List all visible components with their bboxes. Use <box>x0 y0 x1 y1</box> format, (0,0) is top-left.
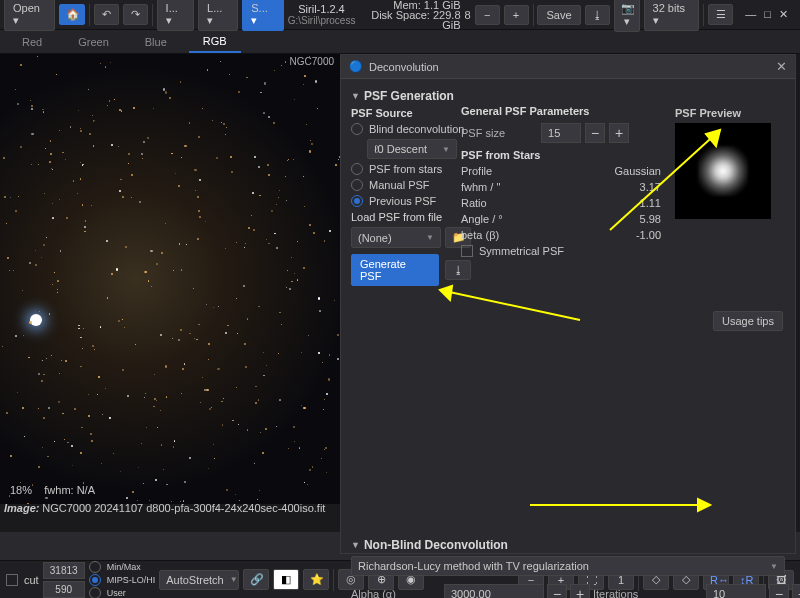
dialog-title: Deconvolution <box>369 61 439 73</box>
psf-preview-label: PSF Preview <box>675 107 785 119</box>
top-toolbar: Open ▾ 🏠 ↶ ↷ I... ▾ L... ▾ S... ▾ Siril-… <box>0 0 800 30</box>
undo-button[interactable]: ↶ <box>94 4 119 25</box>
psf-size-plus[interactable]: + <box>609 123 629 143</box>
psf-file-select[interactable]: (None) <box>351 227 441 248</box>
deconvolution-dialog: 🔵 Deconvolution ✕ PSF Generation PSF Sou… <box>340 54 796 554</box>
load-psf-label: Load PSF from file <box>351 211 471 223</box>
general-psf-params-label: General PSF Parameters <box>461 105 661 117</box>
menu-i-button[interactable]: I... ▾ <box>157 0 194 31</box>
preview-size: 8 <box>465 9 471 21</box>
psf-size-value[interactable]: 15 <box>541 123 581 143</box>
psf-from-stars-label: PSF from Stars <box>461 149 661 161</box>
menu-l-button[interactable]: L... ▾ <box>198 0 238 31</box>
psf-preview-image <box>675 123 771 219</box>
radio-psf-from-stars[interactable] <box>351 163 363 175</box>
psf-source-label: PSF Source <box>351 107 471 119</box>
symmetrical-psf-checkbox[interactable] <box>461 245 473 257</box>
tab-rgb[interactable]: RGB <box>189 31 241 53</box>
hi-cut-input[interactable] <box>43 562 85 579</box>
method-select[interactable]: Richardson-Lucy method with TV regulariz… <box>351 556 785 576</box>
radio-manual-psf[interactable] <box>351 179 363 191</box>
size-plus-button[interactable]: + <box>504 5 529 25</box>
export-psf-button[interactable]: ⭳ <box>445 260 471 280</box>
alpha-minus[interactable]: − <box>547 584 567 598</box>
title-area: Siril-1.2.4 G:\Siril\process <box>288 3 356 26</box>
app-path: G:\Siril\process <box>288 15 356 26</box>
psf-size-label: PSF size <box>461 127 505 139</box>
tab-blue[interactable]: Blue <box>131 32 181 52</box>
minimize-icon[interactable]: — <box>745 8 756 21</box>
app-title: Siril-1.2.4 <box>288 3 356 15</box>
usage-tips-button[interactable]: Usage tips <box>713 311 783 331</box>
maximize-icon[interactable]: □ <box>764 8 771 21</box>
snapshot-button[interactable]: 📷▾ <box>614 0 640 32</box>
redo-button[interactable]: ↷ <box>123 4 148 25</box>
scripts-button[interactable]: S... ▾ <box>242 0 283 31</box>
descent-select[interactable]: ℓ0 Descent <box>367 139 457 159</box>
home-button[interactable]: 🏠 <box>59 4 85 25</box>
iterations-minus[interactable]: − <box>769 584 789 598</box>
fwhm-status: fwhm: N/A <box>44 484 95 496</box>
image-name-label: NGC7000 <box>290 56 334 67</box>
tab-green[interactable]: Green <box>64 32 123 52</box>
dialog-icon: 🔵 <box>349 60 363 73</box>
open-button[interactable]: Open ▾ <box>4 0 55 31</box>
save-down-button[interactable]: ⭳ <box>585 5 610 25</box>
lo-cut-input[interactable] <box>43 581 85 598</box>
iterations-plus[interactable]: + <box>792 584 800 598</box>
psf-size-minus[interactable]: − <box>585 123 605 143</box>
memory-status: Mem: 1.1 GiB Disk Space: 229.8 GiB <box>359 0 460 30</box>
dialog-close-icon[interactable]: ✕ <box>776 59 787 74</box>
channel-tabs: Red Green Blue RGB <box>0 30 800 54</box>
image-viewer[interactable]: NGC7000 <box>0 54 340 504</box>
psf-generation-header[interactable]: PSF Generation <box>351 89 785 103</box>
radio-minmax[interactable] <box>89 561 101 573</box>
radio-mips[interactable] <box>89 574 101 586</box>
zoom-percent: 18% <box>10 484 32 496</box>
alpha-input[interactable]: 3000.00 <box>444 584 544 598</box>
radio-user[interactable] <box>89 587 101 599</box>
star-detect-button[interactable]: ⭐ <box>303 569 329 590</box>
size-minus-button[interactable]: − <box>475 5 500 25</box>
link-channels-button[interactable]: 🔗 <box>243 569 269 590</box>
bitdepth-select[interactable]: 32 bits ▾ <box>644 0 700 31</box>
invert-button[interactable]: ◧ <box>273 569 299 590</box>
hamburger-menu[interactable]: ☰ <box>708 4 733 25</box>
iterations-input[interactable]: 10 <box>706 584 766 598</box>
image-file-info: Image: NGC7000 20241107 d800-pfa-300f4-2… <box>4 502 325 514</box>
cut-checkbox[interactable] <box>6 574 18 586</box>
nonblind-header[interactable]: Non-Blind Deconvolution <box>351 538 785 552</box>
radio-blind[interactable] <box>351 123 363 135</box>
tab-red[interactable]: Red <box>8 32 56 52</box>
radio-previous-psf[interactable] <box>351 195 363 207</box>
dialog-titlebar[interactable]: 🔵 Deconvolution ✕ <box>341 55 795 79</box>
generate-psf-button[interactable]: Generate PSF <box>351 254 439 286</box>
close-icon[interactable]: ✕ <box>779 8 788 21</box>
save-button[interactable]: Save <box>537 5 580 25</box>
alpha-plus[interactable]: + <box>570 584 590 598</box>
stretch-select[interactable]: AutoStretch <box>159 570 239 590</box>
